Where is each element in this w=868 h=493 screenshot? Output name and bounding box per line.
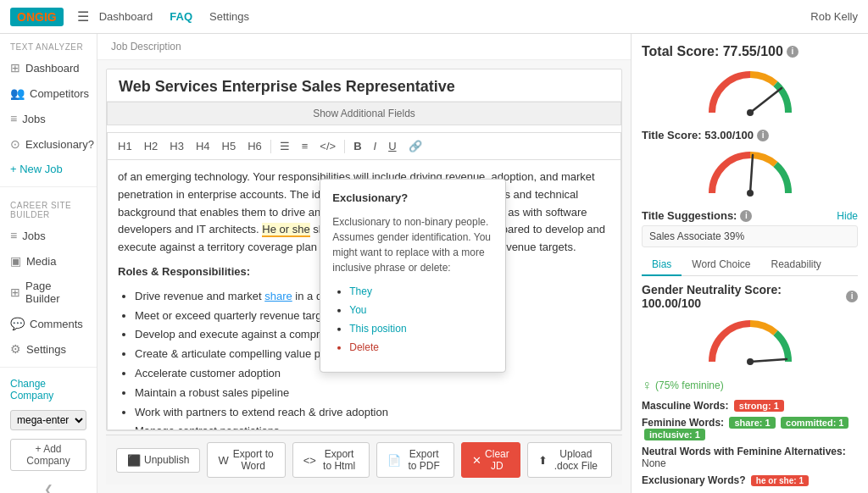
change-company-link[interactable]: Change Company — [0, 373, 97, 407]
user-name: Rob Kelly — [810, 10, 858, 23]
sidebar-item-new-job[interactable]: + New Job — [0, 157, 97, 181]
this-position-link[interactable]: This position — [349, 323, 406, 335]
hamburger-icon[interactable]: ☰ — [77, 8, 89, 25]
bottom-toolbar: ⬛ Unpublish W Export to Word <> Export t… — [106, 435, 622, 485]
title-score-label: Title Score: 53.00/100 — [642, 129, 754, 141]
title-score-info-icon[interactable]: i — [757, 130, 769, 141]
he-she-badge: he or she: 1 — [751, 475, 809, 486]
add-company-button[interactable]: + Add Company — [10, 439, 86, 471]
nav-settings[interactable]: Settings — [209, 10, 249, 23]
they-link[interactable]: They — [349, 285, 372, 297]
export-pdf-label: Export to PDF — [404, 448, 443, 472]
breadcrumb: Job Description — [97, 34, 631, 60]
h3-btn[interactable]: H3 — [166, 138, 187, 154]
code-btn[interactable]: </> — [316, 138, 339, 154]
bold-btn[interactable]: B — [350, 138, 364, 154]
italic-btn[interactable]: I — [370, 138, 381, 154]
company-select[interactable]: mega-enterprises — [10, 410, 86, 430]
sidebar-item-media[interactable]: ▣ Media — [0, 248, 97, 274]
sidebar-item-page-builder[interactable]: ⊞ Page Builder — [0, 274, 97, 311]
h6-btn[interactable]: H6 — [244, 138, 265, 154]
list-ordered-btn[interactable]: ≡ — [298, 138, 312, 154]
masculine-words-label: Masculine Words: — [642, 400, 728, 412]
popup-options: They You This position Delete — [349, 284, 493, 357]
upload-label: Upload .docx File — [551, 448, 601, 472]
show-fields-bar[interactable]: Show Additional Fields — [107, 102, 621, 125]
upload-docx-button[interactable]: ⬆ Upload .docx File — [527, 442, 612, 478]
total-score-info-icon[interactable]: i — [787, 46, 798, 58]
export-word-label: Export to Word — [232, 448, 275, 472]
underline-btn[interactable]: U — [385, 138, 399, 154]
you-link[interactable]: You — [349, 304, 366, 316]
nav-dashboard[interactable]: Dashboard — [99, 10, 153, 23]
list-unordered-btn[interactable]: ☰ — [276, 138, 293, 154]
clear-jd-icon: ✕ — [472, 454, 481, 467]
sidebar-item-dashboard[interactable]: ⊞ Dashboard — [0, 55, 97, 80]
logo: ONGIG — [10, 8, 64, 26]
logo-gig: GIG — [35, 10, 57, 24]
gender-score-info-icon[interactable]: i — [846, 291, 858, 302]
exclusionary-icon: ⊙ — [10, 137, 20, 151]
h1-btn[interactable]: H1 — [114, 138, 136, 154]
title-score-gauge-svg — [704, 147, 797, 199]
tab-word-choice[interactable]: Word Choice — [682, 254, 760, 276]
total-score-gauge-svg — [704, 66, 797, 119]
neutral-value: None — [642, 457, 666, 469]
popup-title: Exclusionary? — [332, 190, 493, 208]
total-score-gauge — [642, 66, 858, 119]
sidebar-item-jobs[interactable]: ≡ Jobs — [0, 106, 97, 131]
sidebar-section-text-analyzer: TEXT ANALYZER — [0, 34, 97, 55]
settings-icon: ⚙ — [10, 342, 21, 356]
unpublish-button[interactable]: ⬛ Unpublish — [116, 448, 200, 473]
top-nav: ONGIG ☰ Dashboard FAQ Settings Rob Kelly — [0, 0, 868, 34]
sidebar-item-jobs-career[interactable]: ≡ Jobs — [0, 223, 97, 248]
editor-body[interactable]: of an emerging technology. Your responsi… — [107, 159, 621, 430]
h5-btn[interactable]: H5 — [219, 138, 240, 154]
upload-icon: ⬆ — [538, 454, 548, 467]
popup-description: Exclusionary to non-binary people. Assum… — [332, 214, 493, 275]
masculine-words-row: Masculine Words: strong: 1 — [642, 400, 858, 412]
clear-jd-label: Clear JD — [485, 448, 509, 472]
export-html-label: Export to Html — [320, 448, 359, 472]
neutral-words-label: Neutral Words with Feminine Alternatives… — [642, 446, 846, 457]
popup-option-delete[interactable]: Delete — [349, 340, 493, 356]
h2-btn[interactable]: H2 — [141, 138, 162, 154]
hide-link[interactable]: Hide — [837, 210, 858, 222]
jobs-career-icon: ≡ — [10, 229, 17, 242]
sidebar-item-competitors[interactable]: 👥 Competitors — [0, 80, 97, 106]
editor-toolbar: H1 H2 H3 H4 H5 H6 ☰ ≡ </> B I U 🔗 — [107, 132, 621, 159]
sidebar-collapse-button[interactable]: ❮ — [0, 476, 97, 493]
link-btn[interactable]: 🔗 — [405, 138, 426, 154]
tab-readability[interactable]: Readability — [760, 254, 831, 276]
neutral-words-row: Neutral Words with Feminine Alternatives… — [642, 446, 858, 469]
page-builder-icon: ⊞ — [10, 285, 20, 299]
popup-option-they[interactable]: They — [349, 284, 493, 300]
popup-option-this-position[interactable]: This position — [349, 321, 493, 337]
list-item: Work with partners to extend reach & dri… — [135, 404, 610, 422]
svg-line-4 — [750, 359, 787, 362]
h4-btn[interactable]: H4 — [192, 138, 214, 154]
export-word-button[interactable]: W Export to Word — [207, 442, 285, 478]
title-score-section: Title Score: 53.00/100 i — [642, 129, 858, 141]
sidebar-label-exclusionary: Exclusionary? — [25, 138, 94, 151]
popup-option-you[interactable]: You — [349, 302, 493, 319]
sidebar-item-exclusionary[interactable]: ⊙ Exclusionary? — [0, 131, 97, 157]
clear-jd-button[interactable]: ✕ Clear JD — [461, 442, 520, 478]
collapse-icon: ❮ — [44, 483, 53, 493]
title-suggestions-info-icon[interactable]: i — [740, 210, 752, 222]
content-area: Job Description Web Services Enterprise … — [97, 34, 631, 493]
sidebar-label-dashboard: Dashboard — [25, 62, 80, 75]
list-item: Maintain a robust sales pipeline — [135, 385, 610, 402]
export-pdf-button[interactable]: 📄 Export to PDF — [376, 442, 454, 478]
export-html-button[interactable]: <> Export to Html — [292, 442, 370, 478]
delete-link[interactable]: Delete — [349, 341, 379, 353]
logo-on: ON — [17, 10, 35, 24]
top-nav-links: Dashboard FAQ Settings — [99, 10, 811, 23]
sidebar-item-comments[interactable]: 💬 Comments — [0, 311, 97, 336]
tab-bias[interactable]: Bias — [642, 254, 682, 276]
nav-faq[interactable]: FAQ — [170, 10, 192, 23]
highlight-he-or-she[interactable]: He or she — [262, 223, 309, 237]
feminine-percent: (75% feminine) — [655, 379, 724, 391]
sidebar-item-settings[interactable]: ⚙ Settings — [0, 336, 97, 362]
feminine-words-label: Feminine Words: — [642, 417, 724, 429]
